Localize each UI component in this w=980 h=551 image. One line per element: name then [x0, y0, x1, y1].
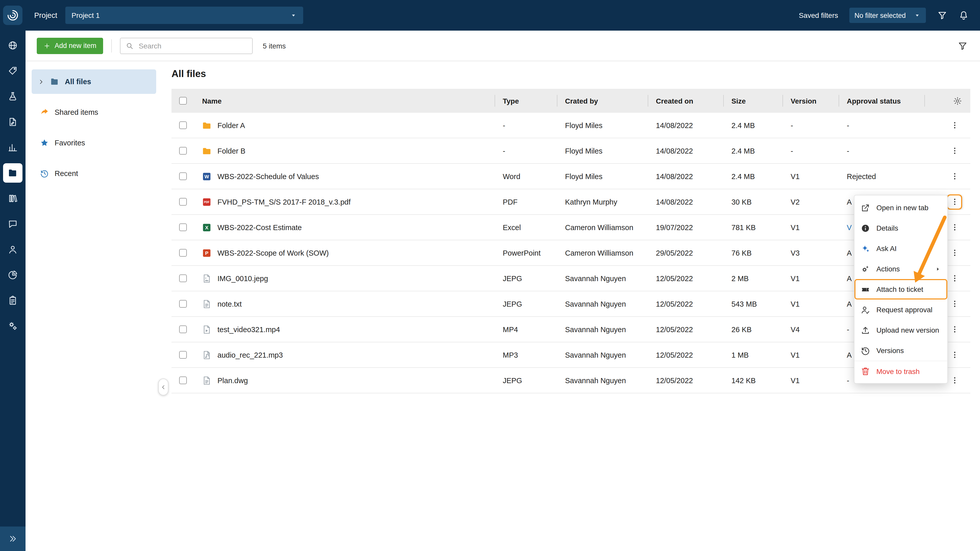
column-header-type[interactable]: Type: [495, 89, 557, 113]
column-header-crated-by[interactable]: Crated by: [557, 89, 648, 113]
rail-item-tag[interactable]: [0, 58, 25, 84]
row-menu-button[interactable]: [947, 347, 962, 362]
approval-status-value: Rejected: [847, 172, 876, 180]
file-name-cell: note.txt: [194, 299, 495, 308]
project-selector[interactable]: Project 1: [65, 6, 303, 24]
search-input[interactable]: [138, 41, 247, 50]
row-checkbox[interactable]: [179, 147, 186, 155]
file-name[interactable]: Plan.dwg: [218, 376, 248, 384]
column-header-size[interactable]: Size: [723, 89, 783, 113]
rail-item-folder[interactable]: [0, 160, 25, 186]
column-header-version[interactable]: Version: [783, 89, 838, 113]
file-name[interactable]: test_video321.mp4: [218, 325, 280, 333]
context-menu-item-upload-new-version[interactable]: Upload new version: [854, 320, 947, 340]
file-name[interactable]: note.txt: [218, 300, 242, 308]
rail-item-globe[interactable]: [0, 33, 25, 58]
file-name[interactable]: Folder A: [218, 121, 245, 129]
gear-icon[interactable]: [953, 96, 962, 105]
app-logo[interactable]: [0, 0, 25, 30]
row-checkbox[interactable]: [179, 376, 186, 384]
column-header-name[interactable]: Name: [194, 89, 495, 113]
context-menu-item-details[interactable]: Details: [854, 218, 947, 238]
row-menu-button[interactable]: [947, 143, 962, 159]
row-checkbox[interactable]: [179, 198, 186, 206]
file-name[interactable]: WBS-2022-Scope of Work (SOW): [218, 249, 329, 257]
rail-item-clipboard[interactable]: [0, 288, 25, 313]
notifications-bell-icon[interactable]: [959, 10, 969, 21]
context-menu-item-request-approval[interactable]: Request approval: [854, 300, 947, 320]
context-menu-item-versions[interactable]: Versions: [854, 340, 947, 361]
row-menu-button[interactable]: [947, 271, 962, 286]
column-header-created-on[interactable]: Created on: [648, 89, 723, 113]
table-body: Folder A-Floyd Miles14/08/20222.4 MB--Fo…: [172, 113, 970, 393]
rail-item-flask[interactable]: [0, 84, 25, 109]
approval-status-value[interactable]: V: [847, 223, 852, 231]
row-checkbox[interactable]: [179, 121, 186, 129]
row-menu-button[interactable]: [947, 373, 962, 388]
row-menu-button[interactable]: [947, 322, 962, 337]
filter-icon[interactable]: [958, 41, 968, 51]
file-name[interactable]: Folder B: [218, 147, 245, 155]
row-checkbox[interactable]: [179, 172, 186, 180]
file-name[interactable]: WBS-2022-Schedule of Values: [218, 172, 319, 180]
file-name[interactable]: WBS-2022-Cost Estimate: [218, 223, 302, 231]
approval-status-value: A: [847, 249, 852, 257]
file-name[interactable]: audio_rec_221.mp3: [218, 351, 283, 359]
rail-expand-button[interactable]: [0, 527, 25, 551]
sidebar-item-all-files[interactable]: All files: [32, 69, 156, 94]
table-header: NameTypeCrated byCreated onSizeVersionAp…: [172, 89, 970, 113]
pie-chart-icon: [8, 270, 18, 280]
row-checkbox[interactable]: [179, 300, 186, 308]
created-on: 12/05/2022: [648, 325, 723, 333]
rail-item-bar-chart[interactable]: [0, 135, 25, 160]
sidebar-item-favorites[interactable]: Favorites: [32, 130, 156, 155]
context-menu: Open in new tabDetailsAsk AIActionsAttac…: [854, 195, 948, 384]
rail-item-pencil-document[interactable]: [0, 109, 25, 135]
context-menu-item-move-to-trash[interactable]: Move to trash: [854, 361, 947, 381]
rail-item-tile: [3, 112, 22, 132]
file-name[interactable]: FVHD_PS-TM_S/S 2017-F 2018_v.3.pdf: [218, 198, 351, 206]
table-row: note.txtJEPGSavannah Nguyen12/05/2022543…: [172, 291, 970, 317]
kebab-menu-icon: [950, 197, 959, 206]
sidebar-item-recent[interactable]: Recent: [32, 161, 156, 186]
rail-item-speech-bubble[interactable]: [0, 211, 25, 237]
file-type: Word: [495, 172, 557, 180]
row-menu-button[interactable]: [947, 118, 962, 133]
file-size: 1 MB: [723, 351, 783, 359]
row-checkbox[interactable]: [179, 326, 186, 333]
approval-status-value: -: [847, 147, 850, 155]
row-checkbox[interactable]: [179, 351, 186, 359]
row-menu-button[interactable]: [947, 296, 962, 311]
rail-item-person[interactable]: [0, 237, 25, 262]
table-row: XWBS-2022-Cost EstimateExcelCameron Will…: [172, 215, 970, 240]
row-checkbox[interactable]: [179, 275, 186, 282]
rail-item-gears[interactable]: [0, 313, 25, 339]
saved-filter-selector[interactable]: No filter selected: [850, 8, 926, 23]
column-header-approval-status[interactable]: Approval status: [838, 89, 924, 113]
row-checkbox[interactable]: [179, 224, 186, 231]
row-menu-button[interactable]: [947, 168, 962, 184]
row-menu-button[interactable]: [947, 194, 962, 210]
search-box: [120, 38, 253, 54]
collapse-panel-button[interactable]: [158, 379, 169, 395]
row-menu-button[interactable]: [947, 245, 962, 260]
row-checkbox[interactable]: [179, 249, 186, 257]
context-menu-item-actions[interactable]: Actions: [854, 259, 947, 279]
file-name-cell: Folder A: [194, 121, 495, 130]
filter-icon[interactable]: [937, 10, 947, 21]
file-name[interactable]: IMG_0010.jepg: [218, 274, 268, 283]
context-menu-item-open-in-new-tab[interactable]: Open in new tab: [854, 197, 947, 218]
rail-item-tile: [3, 189, 22, 208]
context-menu-item-attach-to-ticket[interactable]: Attach to ticket: [854, 279, 947, 300]
file-type: Excel: [495, 223, 557, 231]
row-menu-button[interactable]: [947, 220, 962, 235]
rail-item-library[interactable]: [0, 186, 25, 211]
context-menu-item-ask-ai[interactable]: Ask AI: [854, 238, 947, 259]
sidebar-item-shared-items[interactable]: Shared items: [32, 100, 156, 124]
select-all-checkbox[interactable]: [179, 97, 186, 105]
created-on: 14/08/2022: [648, 147, 723, 155]
add-new-item-button[interactable]: Add new item: [37, 38, 103, 54]
rail-item-pie-chart[interactable]: [0, 262, 25, 288]
file-name-cell: WWBS-2022-Schedule of Values: [194, 171, 495, 181]
row-checkbox-cell: [172, 121, 194, 129]
